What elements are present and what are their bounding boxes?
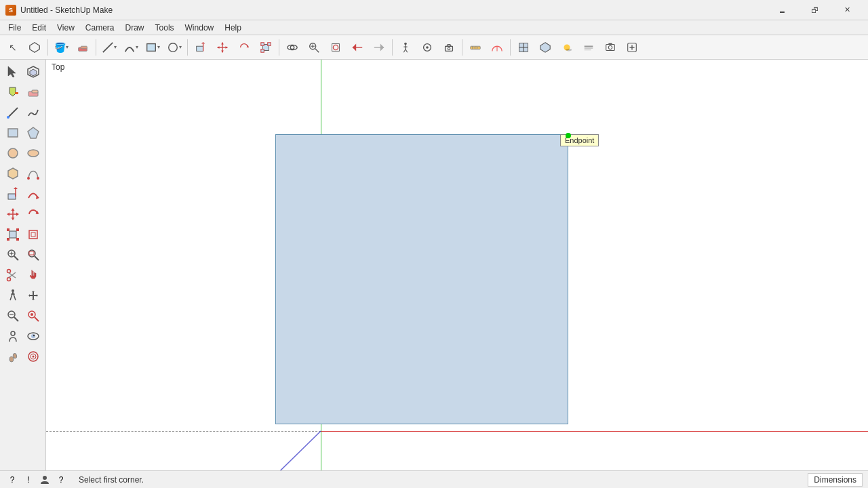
svg-rect-19 bbox=[261, 49, 264, 52]
statusbar-help-icon[interactable]: ? bbox=[54, 473, 68, 487]
svg-point-77 bbox=[27, 177, 30, 180]
circle-tool[interactable] bbox=[3, 144, 22, 163]
circle-btn[interactable]: ▾ bbox=[164, 37, 184, 58]
paint-bucket-tool[interactable] bbox=[3, 83, 22, 102]
orbit-btn[interactable] bbox=[282, 37, 302, 58]
svg-line-36 bbox=[406, 49, 408, 52]
svg-line-102 bbox=[35, 256, 39, 260]
zoom-out-tool[interactable] bbox=[3, 306, 22, 325]
origin-tool[interactable] bbox=[3, 327, 22, 346]
standard-views-btn[interactable] bbox=[513, 37, 534, 58]
toolbar-sep-4 bbox=[279, 39, 279, 56]
svg-point-108 bbox=[12, 289, 14, 292]
app-icon: S bbox=[5, 5, 16, 16]
svg-rect-51 bbox=[524, 47, 528, 52]
svg-marker-52 bbox=[540, 42, 550, 52]
pushpull-tool[interactable] bbox=[3, 184, 22, 203]
red-axis-horizontal bbox=[321, 431, 868, 432]
look-around-tool2[interactable] bbox=[24, 327, 43, 346]
fog-btn[interactable] bbox=[578, 37, 599, 58]
canvas-area[interactable]: Top Endpoint bbox=[46, 60, 868, 470]
statusbar-question-icon[interactable]: ? bbox=[5, 473, 19, 487]
zoom-in-tool[interactable] bbox=[3, 245, 22, 264]
toolbar-sep-2 bbox=[96, 39, 96, 56]
select-tool[interactable] bbox=[3, 62, 22, 81]
line-btn[interactable]: ▾ bbox=[99, 37, 119, 58]
eraser-tool[interactable] bbox=[24, 83, 43, 102]
interact-tool[interactable] bbox=[24, 266, 43, 285]
display-mode-btn[interactable] bbox=[535, 37, 555, 58]
followme-tool[interactable] bbox=[24, 184, 43, 203]
svg-point-104 bbox=[7, 278, 10, 281]
walk-btn[interactable] bbox=[395, 37, 416, 58]
ellipse-tool[interactable] bbox=[24, 144, 43, 163]
move-tool[interactable] bbox=[3, 205, 22, 224]
extension-btn[interactable] bbox=[622, 37, 642, 58]
toolbar-sep-3 bbox=[187, 39, 188, 56]
arc-btn[interactable]: ▾ bbox=[121, 37, 141, 58]
rectangle-tool[interactable] bbox=[3, 123, 22, 142]
svg-marker-76 bbox=[8, 168, 18, 179]
statusbar-message: Select first corner. bbox=[73, 475, 802, 485]
paint-btn[interactable]: 🪣▾ bbox=[51, 37, 71, 58]
svg-marker-73 bbox=[28, 127, 39, 138]
bezier-tool[interactable] bbox=[24, 164, 43, 183]
polygon-tool[interactable] bbox=[3, 164, 22, 183]
scale-tool[interactable] bbox=[3, 225, 22, 244]
line-tool[interactable] bbox=[3, 103, 22, 122]
toolbar-sep-5 bbox=[392, 39, 393, 56]
restore-button[interactable]: 🗗 bbox=[799, 0, 830, 20]
pushpull-btn[interactable] bbox=[191, 37, 211, 58]
previous-view-btn[interactable] bbox=[347, 37, 368, 58]
menu-item-file[interactable]: File bbox=[3, 20, 26, 35]
pan-tool[interactable] bbox=[24, 286, 43, 305]
svg-point-130 bbox=[43, 476, 47, 480]
rectangle-btn[interactable]: ▾ bbox=[142, 37, 163, 58]
svg-point-59 bbox=[608, 45, 612, 49]
menu-item-tools[interactable]: Tools bbox=[150, 20, 180, 35]
next-view-btn[interactable] bbox=[369, 37, 389, 58]
position-camera-btn[interactable] bbox=[439, 37, 459, 58]
offset-tool[interactable] bbox=[24, 225, 43, 244]
statusbar-user-icon[interactable] bbox=[38, 473, 52, 487]
target-tool[interactable] bbox=[24, 347, 43, 366]
zoom-extents-btn[interactable] bbox=[326, 37, 346, 58]
shadows-btn[interactable] bbox=[557, 37, 577, 58]
tape-measure-btn[interactable] bbox=[465, 37, 486, 58]
menu-item-edit[interactable]: Edit bbox=[26, 20, 52, 35]
svg-rect-50 bbox=[519, 47, 524, 52]
rotated-rectangle-tool[interactable] bbox=[24, 123, 43, 142]
menu-item-draw[interactable]: Draw bbox=[120, 20, 150, 35]
endpoint-indicator bbox=[566, 133, 571, 138]
window-controls: 🗕 🗗 ✕ bbox=[766, 0, 863, 20]
statusbar-right: Dimensions bbox=[808, 473, 863, 487]
rotate-tool[interactable] bbox=[24, 205, 43, 224]
zoom-previous-tool[interactable] bbox=[24, 306, 43, 325]
svg-rect-96 bbox=[31, 232, 35, 237]
walk-tool[interactable] bbox=[3, 286, 22, 305]
move-btn[interactable] bbox=[212, 37, 233, 58]
component-tool-btn[interactable] bbox=[24, 37, 45, 58]
lookaround-btn[interactable] bbox=[417, 37, 437, 58]
svg-marker-41 bbox=[447, 44, 450, 46]
menu-item-view[interactable]: View bbox=[52, 20, 80, 35]
statusbar-info-icon[interactable]: ! bbox=[22, 473, 35, 487]
select-tool-btn[interactable]: ↖ bbox=[3, 37, 23, 58]
blue-axis-diagonal bbox=[216, 426, 351, 470]
rotate-btn[interactable] bbox=[234, 37, 254, 58]
match-photo-btn[interactable] bbox=[600, 37, 620, 58]
zoom-window-tool[interactable] bbox=[24, 245, 43, 264]
footprint-tool[interactable] bbox=[3, 347, 22, 366]
trim-tool[interactable] bbox=[3, 266, 22, 285]
zoom-btn[interactable] bbox=[304, 37, 324, 58]
freehand-tool[interactable] bbox=[24, 103, 43, 122]
protractor-btn[interactable] bbox=[487, 37, 507, 58]
menu-item-camera[interactable]: Camera bbox=[80, 20, 120, 35]
menu-item-help[interactable]: Help bbox=[219, 20, 247, 35]
make-component-tool[interactable] bbox=[24, 62, 43, 81]
menu-item-window[interactable]: Window bbox=[180, 20, 220, 35]
scale-btn[interactable] bbox=[256, 37, 276, 58]
close-button[interactable]: ✕ bbox=[831, 0, 863, 20]
minimize-button[interactable]: 🗕 bbox=[766, 0, 797, 20]
eraser-btn[interactable] bbox=[73, 37, 93, 58]
